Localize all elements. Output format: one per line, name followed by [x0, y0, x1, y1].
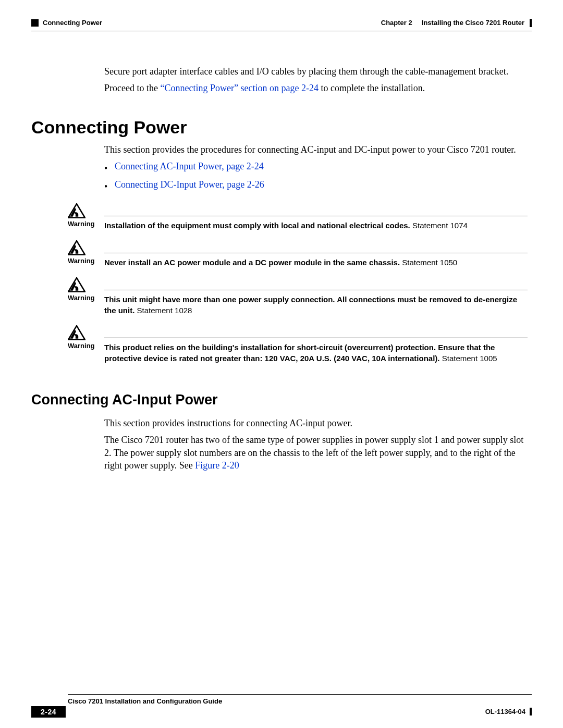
- warning-statement: Statement 1050: [402, 258, 457, 267]
- warning-label: Warning: [68, 342, 95, 350]
- warning-bold: Installation of the equipment must compl…: [104, 221, 410, 230]
- warning-rule: [104, 338, 528, 338]
- warning-icon: [68, 277, 85, 293]
- intro-p2-post: to complete the installation.: [319, 83, 425, 93]
- warning-statement: Statement 1074: [412, 221, 468, 230]
- warning-text: This unit might have more than one power…: [104, 290, 528, 316]
- ac-p2: The Cisco 7201 router has two of the sam…: [104, 434, 528, 472]
- warning-label: Warning: [68, 294, 95, 302]
- intro-p2: Proceed to the “Connecting Power” sectio…: [104, 82, 528, 94]
- bullet-item: • Connecting AC-Input Power, page 2-24: [104, 160, 528, 175]
- intro-p2-pre: Proceed to the: [104, 83, 160, 93]
- warning-label: Warning: [68, 220, 95, 228]
- header-vbar-icon: [530, 19, 532, 27]
- intro-p1: Secure port adapter interface cables and…: [104, 65, 528, 78]
- link-figure-2-20[interactable]: Figure 2-20: [195, 460, 239, 471]
- warning-text: This product relies on the building's in…: [104, 338, 528, 364]
- warning-bold: This product relies on the building's in…: [104, 343, 495, 363]
- intro-block: Secure port adapter interface cables and…: [104, 65, 528, 99]
- header-rule: [31, 31, 532, 31]
- footer-vbar-icon: [530, 708, 532, 715]
- header-square-icon: [31, 19, 39, 27]
- bullet-dot-icon: •: [104, 178, 107, 193]
- ac-p1: This section provides instructions for c…: [104, 417, 528, 429]
- header-left: Connecting Power: [31, 19, 102, 27]
- header-section-label: Connecting Power: [43, 19, 102, 27]
- header-right: Chapter 2 Installing the Cisco 7201 Rout…: [381, 19, 532, 27]
- warning-label: Warning: [68, 257, 95, 265]
- bullet-item: • Connecting DC-Input Power, page 2-26: [104, 178, 528, 193]
- link-ac-input-power[interactable]: Connecting AC-Input Power, page 2-24: [115, 160, 264, 175]
- warning-icon: [68, 240, 85, 256]
- warning-block: Warning Installation of the equipment mu…: [68, 205, 528, 231]
- footer-rule: [68, 694, 532, 695]
- bullet-list: • Connecting AC-Input Power, page 2-24 •…: [104, 160, 528, 193]
- header-chapter: Chapter 2 Installing the Cisco 7201 Rout…: [381, 19, 524, 27]
- warning-bold: Never install an AC power module and a D…: [104, 258, 400, 267]
- warning-rule: [104, 253, 528, 253]
- link-dc-input-power[interactable]: Connecting DC-Input Power, page 2-26: [115, 178, 264, 193]
- footer-guide-title: Cisco 7201 Installation and Configuratio…: [68, 697, 222, 705]
- page-header: Connecting Power Chapter 2 Installing th…: [31, 19, 532, 27]
- warning-rule: [104, 216, 528, 216]
- warning-text: Installation of the equipment must compl…: [104, 216, 528, 231]
- chapter-title: Installing the Cisco 7201 Router: [422, 19, 524, 27]
- warning-block: Warning Never install an AC power module…: [68, 242, 528, 268]
- warning-block: Warning This product relies on the build…: [68, 327, 528, 364]
- heading-connecting-power: Connecting Power: [31, 117, 187, 138]
- footer-doc-id: OL-11364-04: [485, 708, 525, 715]
- warning-rule: [104, 290, 528, 290]
- link-connecting-power-section[interactable]: “Connecting Power” section on page 2-24: [160, 83, 318, 93]
- warnings-container: Warning Installation of the equipment mu…: [68, 205, 528, 375]
- warning-statement: Statement 1028: [137, 306, 192, 315]
- section-intro-block: This section provides the procedures for…: [104, 143, 528, 196]
- warning-text: Never install an AC power module and a D…: [104, 253, 528, 268]
- chapter-label: Chapter 2: [381, 19, 412, 27]
- ac-section-body: This section provides instructions for c…: [104, 417, 528, 476]
- heading-connecting-ac-input-power: Connecting AC-Input Power: [31, 392, 217, 408]
- warning-block: Warning This unit might have more than o…: [68, 279, 528, 316]
- bullet-dot-icon: •: [104, 160, 107, 175]
- warning-statement: Statement 1005: [442, 354, 497, 363]
- ac-p2-pre: The Cisco 7201 router has two of the sam…: [104, 435, 523, 471]
- warning-icon: [68, 325, 85, 341]
- warning-icon: [68, 203, 85, 219]
- footer-page-number: 2-24: [31, 706, 66, 718]
- section-intro-text: This section provides the procedures for…: [104, 143, 528, 156]
